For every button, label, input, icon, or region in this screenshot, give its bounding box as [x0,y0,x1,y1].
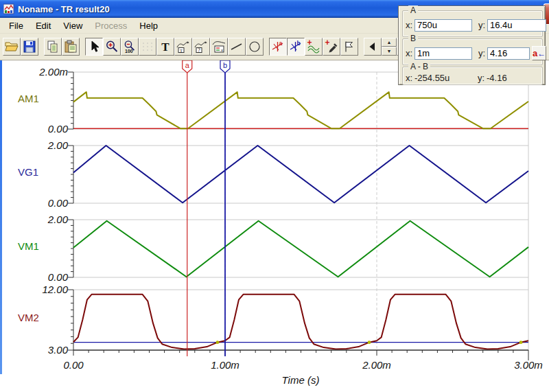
cursor-a-group: A x: y: [402,10,543,37]
paste-icon [63,39,78,54]
marker-icon [342,39,357,54]
open-button[interactable] [3,38,21,56]
zoom-100-button[interactable]: 100 [121,38,139,56]
y-min-label: 0.00 [48,271,69,283]
crossing-marker [216,341,220,344]
cursor-a-group-label: A [408,5,418,15]
y-min-label: 3.00 [48,344,69,356]
svg-text:b: b [223,61,227,69]
svg-text:+: + [325,39,330,47]
save-icon [22,39,37,54]
text-icon: T [158,39,173,54]
window-title: Noname - TR result20 [18,4,110,14]
legend-icon: x [211,39,226,54]
cursor-b-icon: b [288,39,303,54]
copy-button[interactable] [44,38,62,56]
ellipse-button[interactable] [246,38,264,56]
line-button[interactable] [228,38,246,56]
pointer-button[interactable] [85,38,103,56]
y-max-label: 2.00m [38,66,68,78]
y-min-label: 0.00 [48,123,69,135]
diff-x-label: x: [406,73,414,83]
a-x-label: x: [406,20,414,30]
a-y-label: y: [478,20,487,30]
legend-button[interactable]: x [210,38,228,56]
diff-y-label: y: [478,73,487,83]
signal-label-VG1: VG1 [18,166,38,178]
b-y-field[interactable] [487,47,530,60]
svg-text:T: T [161,41,170,54]
zoom-in-icon [104,39,119,54]
save-button[interactable] [21,38,38,56]
curve-VM1 [73,221,528,277]
cursor-b[interactable]: b [220,60,230,356]
svg-text:a: a [185,61,190,69]
probe-button[interactable]: + [323,38,340,56]
zoom-in-button[interactable] [103,38,121,56]
curve-label-icon: T [176,39,191,54]
signal-label-VM1: VM1 [18,240,39,252]
paste-button[interactable] [62,38,80,56]
y-max-label: 2.00 [47,139,69,151]
cursor-readout-panel: A x: y: B x: y: a ← A - B [398,5,546,85]
diff-group-label: A - B [408,62,430,71]
menu-file[interactable]: File [3,19,30,32]
svg-text:100: 100 [125,49,133,54]
add-curves-button[interactable]: + [305,38,323,56]
copy-icon [45,39,60,54]
pointer-icon [86,39,102,54]
cursor-a-icon: a [270,39,285,54]
curve-query-icon: ? [194,39,209,54]
jump-to-a-button[interactable]: a ← [532,46,546,60]
x-tick-label: 1.00m [211,359,240,371]
signal-label-AM1: AM1 [18,93,39,104]
b-y-label: y: [478,48,487,58]
a-y-field[interactable] [487,19,546,32]
menu-edit[interactable]: Edit [30,19,57,32]
crossing-marker [368,341,371,344]
grid-icon [140,39,155,54]
curve-query-button[interactable]: ? [192,38,210,56]
nav-left-button[interactable] [364,38,382,56]
line-icon [229,39,244,54]
diff-y-value: -4.16 [487,73,507,83]
cursor-diff-group: A - B x: -254.55u y: -4.16 [402,67,543,85]
nav-left-icon [365,39,380,54]
text-button[interactable]: T [156,38,174,56]
menu-view[interactable]: View [57,19,89,32]
a-x-field[interactable] [414,19,472,32]
spin-up-icon[interactable]: ▲ [382,38,397,47]
y-min-label: 0.00 [48,197,69,209]
cursor-a-button[interactable]: a [269,38,287,56]
x-axis-title: Time (s) [282,374,320,386]
y-max-label: 2.00 [47,214,69,225]
cursor-b-button[interactable]: b [287,38,305,56]
svg-text:T: T [180,48,183,53]
curve-VM2 [73,295,528,349]
curve-VG1 [73,146,528,203]
ellipse-icon [247,39,262,54]
menu-process: Process [89,19,133,32]
marker-button[interactable] [340,38,358,56]
b-x-field[interactable] [414,47,472,60]
curve-AM1 [73,92,528,128]
window-icon [3,3,14,14]
svg-text:a: a [279,40,283,47]
probe-icon: + [324,39,339,54]
curve-label-button[interactable]: T [174,38,192,56]
nav-spinner[interactable]: ▲▼ [382,38,397,56]
add-curves-icon: + [306,39,321,54]
diff-x-value: -254.55u [414,73,478,83]
svg-text:x: x [221,48,223,52]
cursor-a[interactable]: a [183,60,192,356]
x-tick-label: 2.00m [362,359,391,371]
menu-help[interactable]: Help [133,19,164,32]
window-left-border [0,60,2,374]
svg-text:b: b [297,40,301,47]
signal-label-VM2: VM2 [18,312,39,323]
b-x-label: x: [406,48,414,58]
x-tick-label: 3.00m [514,359,543,371]
spin-down-icon[interactable]: ▼ [382,47,397,56]
folder-open-icon [4,39,19,54]
x-tick-label: 0.00 [63,359,84,371]
